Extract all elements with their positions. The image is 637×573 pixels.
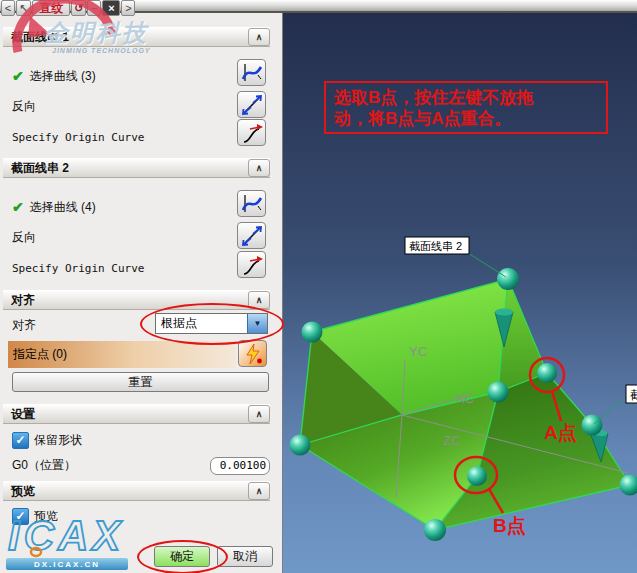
nav-prev-button[interactable]: < [1, 0, 15, 16]
reset-label: 重置 [129, 374, 153, 391]
point-constructor-button[interactable] [238, 340, 267, 367]
origin-curve-icon [240, 122, 264, 144]
specify-point-row[interactable]: 指定点 (0) [8, 341, 236, 368]
reverse-arrows-icon [240, 225, 264, 247]
g0-position-label: G0（位置） [12, 457, 76, 474]
section1-tag-label: 截 [630, 388, 637, 402]
collapse-button[interactable]: ∧ [248, 28, 270, 46]
reverse-direction-button[interactable] [237, 222, 266, 249]
point-b-label: B点 [493, 515, 526, 536]
graphics-viewport[interactable]: YC XC ZC 截面线串 2 截 选取B点，按住左键不放拖 动，将B点与A点重… [283, 13, 637, 573]
origin-curve-icon [240, 254, 264, 276]
origin-curve-row-2: Specify Origin Curve [12, 257, 144, 279]
collapse-button[interactable]: ∧ [248, 482, 270, 500]
dialog-title: 直纹 [32, 0, 70, 16]
preserve-shape-row: ✓ 保留形状 [12, 430, 82, 450]
curve-select-button[interactable] [237, 190, 266, 217]
curve-icon [240, 193, 264, 215]
preserve-shape-checkbox[interactable]: ✓ [12, 432, 29, 449]
pointer-icon[interactable]: ↖ [16, 0, 31, 16]
chevron-down-icon[interactable]: ▼ [247, 314, 267, 333]
origin-curve-row-1: Specify Origin Curve [12, 126, 144, 148]
annotation-line2: 动，将B点与A点重合。 [333, 109, 512, 128]
select-curve-label: 选择曲线 (3) [30, 68, 96, 85]
specify-origin-curve-button[interactable] [237, 119, 266, 146]
group-title: 截面线串 2 [11, 160, 69, 177]
g0-position-field[interactable] [210, 457, 270, 475]
cancel-button[interactable]: 取消 [217, 546, 273, 567]
preview-label: 预览 [34, 508, 58, 525]
check-icon: ✔ [12, 68, 24, 84]
reverse-label: 反向 [12, 229, 36, 246]
nav-next-button[interactable]: > [121, 0, 135, 16]
ok-label: 确定 [170, 548, 194, 565]
group-title: 截面线串 1 [11, 29, 69, 46]
group-header-settings: 设置 ∧ [3, 404, 270, 424]
check-icon: ✔ [12, 199, 24, 215]
group-title: 设置 [11, 406, 35, 423]
origin-curve-label: Specify Origin Curve [12, 131, 144, 144]
alignment-dropdown-value: 根据点 [156, 315, 247, 332]
dialog-titlebar: < ↖ 直纹 ↺ − × > [1, 0, 135, 18]
specify-point-label: 指定点 (0) [13, 346, 67, 363]
reverse-row-1: 反向 [12, 95, 36, 117]
minimize-button[interactable]: − [87, 0, 101, 16]
annotation-line1: 选取B点，按住左键不放拖 [333, 88, 534, 107]
origin-curve-label: Specify Origin Curve [12, 262, 144, 275]
alignment-dropdown[interactable]: 根据点 ▼ [155, 313, 268, 334]
point-a-label: A点 [544, 422, 577, 443]
preview-checkbox[interactable]: ✓ [12, 508, 29, 525]
reverse-label: 反向 [12, 98, 36, 115]
group-header-alignment: 对齐 ∧ [3, 290, 270, 310]
select-curve-row-2: ✔ 选择曲线 (4) [12, 195, 96, 219]
ok-button[interactable]: 确定 [154, 546, 210, 567]
alignment-label: 对齐 [12, 317, 36, 334]
reverse-row-2: 反向 [12, 226, 36, 248]
undo-icon[interactable]: ↺ [71, 0, 86, 16]
section2-tag-label: 截面线串 2 [409, 240, 462, 252]
g0-position-row: G0（位置） [12, 455, 270, 476]
reverse-arrows-icon [240, 94, 264, 116]
ruled-dialog-panel: 截面线串 1 ∧ ✔ 选择曲线 (3) 反向 Specify Origin Cu… [0, 13, 283, 573]
lightning-icon [242, 343, 264, 365]
axis-xc-label: XC [456, 391, 474, 406]
cancel-label: 取消 [233, 548, 257, 565]
group-title: 预览 [11, 483, 35, 500]
collapse-button[interactable]: ∧ [248, 405, 270, 423]
group-header-section-string-1: 截面线串 1 ∧ [3, 27, 270, 47]
preview-row: ✓ 预览 [12, 506, 58, 526]
group-title: 对齐 [11, 292, 35, 309]
alignment-row: 对齐 [12, 314, 36, 336]
collapse-button[interactable]: ∧ [248, 159, 270, 177]
reset-button[interactable]: 重置 [12, 372, 269, 392]
group-header-preview: 预览 ∧ [3, 481, 270, 501]
reverse-direction-button[interactable] [237, 91, 266, 118]
close-button[interactable]: × [102, 0, 120, 16]
curve-icon [240, 62, 264, 84]
specify-origin-curve-button[interactable] [237, 251, 266, 278]
select-curve-label: 选择曲线 (4) [30, 199, 96, 216]
group-header-section-string-2: 截面线串 2 ∧ [3, 158, 270, 178]
axis-yc-label: YC [409, 344, 427, 359]
curve-select-button[interactable] [237, 59, 266, 86]
select-curve-row-1: ✔ 选择曲线 (3) [12, 64, 96, 88]
preserve-shape-label: 保留形状 [34, 432, 82, 449]
point-a-sphere [537, 363, 557, 383]
collapse-button[interactable]: ∧ [248, 291, 270, 309]
axis-zc-label: ZC [443, 433, 460, 448]
point-b-sphere [467, 466, 487, 486]
